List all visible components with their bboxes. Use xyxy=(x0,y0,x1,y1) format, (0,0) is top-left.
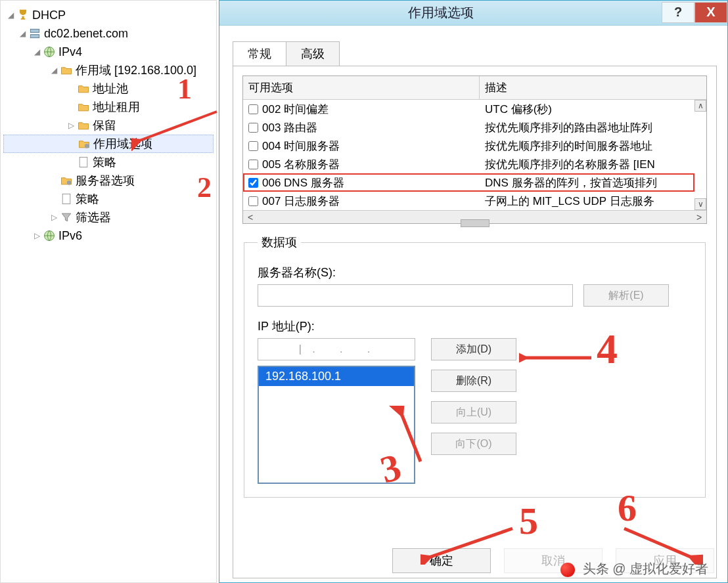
svg-line-12 xyxy=(624,529,693,558)
option-row[interactable]: 002 时间偏差UTC 偏移(秒) xyxy=(243,100,706,118)
option-desc: UTC 偏移(秒) xyxy=(480,102,706,117)
scrollbar-thumb[interactable] xyxy=(461,219,489,227)
tree-root-label: DHCP xyxy=(32,9,66,22)
tree-policy-scope[interactable]: 策略 xyxy=(3,153,214,171)
remove-button[interactable]: 删除(R) xyxy=(431,370,516,392)
server-icon xyxy=(28,28,41,39)
tab-advanced[interactable]: 高级 xyxy=(286,41,340,66)
ip-address-label: IP 地址(P): xyxy=(258,318,694,334)
folder-icon xyxy=(77,119,90,131)
option-row[interactable]: 007 日志服务器子网上的 MIT_LCS UDP 日志服务 xyxy=(243,192,706,210)
option-checkbox[interactable] xyxy=(248,178,258,188)
tab-general[interactable]: 常规 xyxy=(233,41,286,66)
option-checkbox[interactable] xyxy=(248,104,258,114)
tree-filters-label: 筛选器 xyxy=(76,209,111,225)
annotation-number-2: 2 xyxy=(197,171,212,204)
scroll-left-button[interactable]: < xyxy=(243,212,258,223)
svg-line-9 xyxy=(401,412,421,462)
svg-point-5 xyxy=(67,181,72,185)
tree-reserve-label: 保留 xyxy=(93,118,116,133)
page-icon xyxy=(60,193,73,205)
option-checkbox[interactable] xyxy=(248,123,258,133)
tree-policy2-label: 策略 xyxy=(76,191,99,207)
server-name-input[interactable] xyxy=(258,284,573,307)
tree-serveropts-label: 服务器选项 xyxy=(76,173,135,188)
tree-filters[interactable]: ▷ 筛选器 xyxy=(3,208,214,227)
svg-rect-1 xyxy=(30,35,39,38)
titlebar: 作用域选项 ? X xyxy=(219,1,727,26)
column-header-available[interactable]: 可用选项 xyxy=(243,76,480,99)
filter-icon xyxy=(60,211,73,223)
tree-ipv4-label: IPv4 xyxy=(58,45,82,59)
resolve-button[interactable]: 解析(E) xyxy=(583,284,669,307)
annotation-arrow xyxy=(618,525,703,565)
svg-rect-6 xyxy=(62,194,70,204)
scroll-up-button[interactable]: ∧ xyxy=(694,100,706,112)
column-header-description[interactable]: 描述 xyxy=(480,76,706,99)
option-desc: 子网上的 MIT_LCS UDP 日志服务 xyxy=(480,194,706,209)
annotation-number-1: 1 xyxy=(177,72,192,106)
fieldset-legend: 数据项 xyxy=(258,234,301,250)
folder-open-icon xyxy=(60,64,73,76)
globe-icon xyxy=(43,46,56,58)
tree-root[interactable]: ◢ DHCP xyxy=(3,6,214,24)
move-up-button[interactable]: 向上(U) xyxy=(431,401,516,423)
scroll-down-button[interactable]: ∨ xyxy=(694,198,706,210)
option-desc: 按优先顺序排列的路由器地址阵列 xyxy=(480,120,706,135)
option-desc: DNS 服务器的阵列，按首选项排列 xyxy=(480,175,706,190)
option-checkbox[interactable] xyxy=(248,160,258,169)
option-code: 004 时间服务器 xyxy=(262,139,340,154)
annotation-arrow xyxy=(131,105,223,151)
watermark-text: 头条 @ 虚拟化爱好者 xyxy=(583,561,708,576)
scope-options-dialog: 作用域选项 ? X 常规 高级 可用选项 描述 ∧ ∨ 002 时间偏差UTC … xyxy=(219,0,728,583)
trophy-icon xyxy=(16,9,30,21)
tabs: 常规 高级 xyxy=(233,41,717,66)
horizontal-scrollbar[interactable]: < > xyxy=(243,210,706,223)
option-code: 005 名称服务器 xyxy=(262,157,340,172)
option-desc: 按优先顺序排列的名称服务器 [IEN xyxy=(480,157,706,172)
tree-pool-label: 地址池 xyxy=(93,81,128,97)
option-checkbox[interactable] xyxy=(248,141,258,151)
annotation-arrow xyxy=(421,525,519,565)
toutiao-logo-icon xyxy=(560,563,575,577)
option-row[interactable]: 003 路由器按优先顺序排列的路由器地址阵列 xyxy=(243,118,706,137)
option-row[interactable]: 004 时间服务器按优先顺序排列的时间服务器地址 xyxy=(243,137,706,155)
annotation-arrow xyxy=(519,348,598,368)
available-options-list: 可用选项 描述 ∧ ∨ 002 时间偏差UTC 偏移(秒)003 路由器按优先顺… xyxy=(242,76,707,224)
data-entry-group: 数据项 服务器名称(S): 解析(E) IP 地址(P): | . . . 19… xyxy=(244,234,706,498)
tree-ipv6-label: IPv6 xyxy=(58,229,82,243)
close-button[interactable]: X xyxy=(694,2,727,23)
page-icon xyxy=(77,156,90,168)
option-row[interactable]: 006 DNS 服务器DNS 服务器的阵列，按首选项排列 xyxy=(243,173,706,192)
option-checkbox[interactable] xyxy=(248,196,258,206)
option-row[interactable]: 005 名称服务器按优先顺序排列的名称服务器 [IEN xyxy=(243,155,706,173)
folder-icon xyxy=(77,101,90,113)
tree-ipv6[interactable]: ▷ IPv6 xyxy=(3,227,214,245)
ip-address-input[interactable]: | . . . xyxy=(258,338,415,360)
globe-icon xyxy=(43,230,56,242)
folder-icon xyxy=(77,83,90,95)
dialog-title: 作用域选项 xyxy=(219,4,662,22)
option-desc: 按优先顺序排列的时间服务器地址 xyxy=(480,139,706,154)
annotation-number-4: 4 xyxy=(597,325,618,374)
move-down-button[interactable]: 向下(O) xyxy=(431,433,516,455)
annotation-number-5: 5 xyxy=(519,499,538,543)
tree-server-options[interactable]: 服务器选项 xyxy=(3,171,214,190)
option-code: 002 时间偏差 xyxy=(262,102,329,117)
svg-rect-0 xyxy=(30,29,39,32)
tree-policy-server[interactable]: 策略 xyxy=(3,190,214,208)
list-item[interactable]: 192.168.100.1 xyxy=(259,367,414,386)
help-button[interactable]: ? xyxy=(662,2,694,23)
svg-point-3 xyxy=(85,144,89,148)
add-button[interactable]: 添加(D) xyxy=(431,338,516,360)
annotation-number-6: 6 xyxy=(618,486,637,530)
tree-server[interactable]: ◢ dc02.benet.com xyxy=(3,24,214,43)
svg-line-8 xyxy=(138,112,217,141)
watermark: 头条 @ 虚拟化爱好者 xyxy=(560,560,708,578)
scroll-right-button[interactable]: > xyxy=(692,212,706,223)
svg-line-11 xyxy=(427,529,512,558)
folder-gear-icon xyxy=(78,138,91,150)
tree-ipv4[interactable]: ◢ IPv4 xyxy=(3,43,214,61)
server-name-label: 服务器名称(S): xyxy=(258,265,694,280)
svg-rect-4 xyxy=(80,158,87,167)
